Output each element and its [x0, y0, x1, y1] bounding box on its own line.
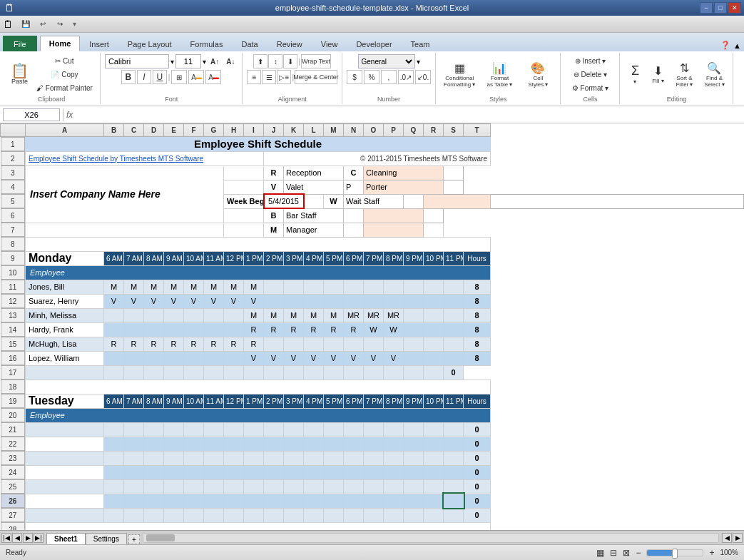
r11-2pm[interactable]	[264, 280, 284, 294]
tab-developer[interactable]: Developer	[347, 36, 401, 51]
align-center-btn[interactable]: ☰	[262, 70, 276, 84]
r11-10pm[interactable]	[424, 280, 444, 294]
tab-view[interactable]: View	[312, 36, 347, 51]
col-A[interactable]: A	[26, 124, 104, 137]
close-button[interactable]: ✕	[728, 2, 741, 14]
selected-cell-x26[interactable]	[444, 494, 464, 508]
r11-10am[interactable]: M	[184, 280, 204, 294]
col-B[interactable]: B	[104, 124, 124, 137]
r11-8am[interactable]: M	[144, 280, 164, 294]
tab-file[interactable]: File	[3, 36, 37, 51]
font-color-button[interactable]: A▬	[205, 70, 221, 84]
company-link-cell[interactable]: Employee Shift Schedule by Timesheets MT…	[26, 151, 264, 166]
r11-11am[interactable]: M	[204, 280, 224, 294]
week-beginning-date-cell[interactable]: 5/4/2015	[264, 194, 304, 208]
sheet-tab-sheet1[interactable]: Sheet1	[46, 533, 86, 544]
insert-cells-btn[interactable]: ⊕ Insert ▾	[565, 54, 615, 67]
tab-page-layout[interactable]: Page Layout	[118, 36, 181, 51]
col-S[interactable]: S	[444, 124, 464, 137]
r11-12pm[interactable]: M	[224, 280, 244, 294]
col-M[interactable]: M	[324, 124, 344, 137]
align-top-btn[interactable]: ⬆	[253, 54, 267, 68]
formula-input[interactable]	[76, 111, 741, 119]
col-K[interactable]: K	[284, 124, 304, 137]
delete-cells-btn[interactable]: ⊖ Delete ▾	[565, 68, 615, 81]
col-G[interactable]: G	[204, 124, 224, 137]
cell-styles-btn[interactable]: 🎨 CellStyles ▾	[520, 54, 556, 94]
zoom-in-btn[interactable]: +	[709, 548, 714, 558]
percent-btn[interactable]: %	[364, 70, 379, 84]
minimize-button[interactable]: −	[700, 2, 713, 14]
tab-formulas[interactable]: Formulas	[181, 36, 233, 51]
r11-1pm[interactable]: M	[244, 280, 264, 294]
page-layout-icon[interactable]: ▦	[596, 548, 604, 558]
col-C[interactable]: C	[124, 124, 144, 137]
col-R[interactable]: R	[424, 124, 444, 137]
underline-button[interactable]: U	[153, 70, 167, 84]
decrease-decimal-btn[interactable]: ↙0.	[415, 70, 431, 84]
r11-7pm[interactable]	[364, 280, 384, 294]
r11-8pm[interactable]	[384, 280, 404, 294]
sheet-nav-last[interactable]: ▶|	[34, 533, 44, 543]
ribbon-collapse-btn[interactable]: ▲	[733, 41, 741, 50]
r11-9am[interactable]: M	[164, 280, 184, 294]
col-T[interactable]: T	[464, 124, 491, 137]
borders-button[interactable]: ⊞	[171, 70, 187, 84]
redo-quick-btn[interactable]: ↪	[53, 18, 67, 31]
conditional-formatting-btn[interactable]: ▦ ConditionalFormatting ▾	[440, 54, 479, 94]
horizontal-scrollbar[interactable]	[143, 533, 719, 543]
tab-team[interactable]: Team	[402, 36, 439, 51]
align-mid-btn[interactable]: ↕	[268, 54, 282, 68]
merge-center-btn[interactable]: Merge & Center	[295, 70, 337, 84]
col-D[interactable]: D	[144, 124, 164, 137]
cut-button[interactable]: ✂ Cut	[34, 54, 96, 67]
sheet-nav-first[interactable]: |◀	[1, 533, 11, 543]
maximize-button[interactable]: □	[714, 2, 727, 14]
r11-9pm[interactable]	[404, 280, 424, 294]
tab-review[interactable]: Review	[267, 36, 312, 51]
help-btn[interactable]: ❓	[720, 41, 730, 50]
employee-jones[interactable]: Jones, Bill	[26, 280, 104, 294]
scroll-right-btn[interactable]: ▶	[733, 533, 743, 543]
col-P[interactable]: P	[384, 124, 404, 137]
format-as-table-btn[interactable]: 📊 Formatas Table ▾	[481, 54, 517, 94]
copy-button[interactable]: 📄 Copy	[34, 68, 96, 81]
zoom-out-btn[interactable]: −	[636, 548, 641, 558]
col-I[interactable]: I	[244, 124, 264, 137]
currency-btn[interactable]: $	[347, 70, 362, 84]
page-view-icon[interactable]: ⊠	[623, 548, 630, 558]
number-format-select[interactable]: General Number Currency Date	[358, 54, 415, 68]
company-name-cell[interactable]: Insert Company Name Here	[26, 166, 224, 223]
italic-button[interactable]: I	[137, 70, 151, 84]
scrollbar-thumb[interactable]	[146, 534, 175, 541]
align-left-btn[interactable]: ≡	[247, 70, 261, 84]
r11-3pm[interactable]	[284, 280, 304, 294]
col-H[interactable]: H	[224, 124, 244, 137]
col-E[interactable]: E	[164, 124, 184, 137]
tab-home[interactable]: Home	[40, 36, 81, 51]
align-bot-btn[interactable]: ⬇	[283, 54, 297, 68]
align-right-btn[interactable]: ▷≡	[277, 70, 291, 84]
col-L[interactable]: L	[304, 124, 324, 137]
col-O[interactable]: O	[364, 124, 384, 137]
col-F[interactable]: F	[184, 124, 204, 137]
fill-color-button[interactable]: A▬	[188, 70, 204, 84]
r11-4pm[interactable]	[304, 280, 324, 294]
title-cell[interactable]: Employee Shift Schedule	[26, 137, 491, 152]
page-break-icon[interactable]: ⊟	[610, 548, 617, 558]
format-painter-button[interactable]: 🖌 Format Painter	[34, 81, 96, 94]
col-Q[interactable]: Q	[404, 124, 424, 137]
sheet-nav-prev[interactable]: ◀	[12, 533, 22, 543]
r11-11pm[interactable]	[444, 280, 464, 294]
insert-sheet-btn[interactable]: +	[128, 534, 140, 544]
zoom-slider-thumb[interactable]	[672, 549, 678, 559]
paste-button[interactable]: 📋 Paste	[7, 54, 32, 94]
comma-btn[interactable]: ,	[381, 70, 397, 84]
autosum-btn[interactable]: Σ ▾	[624, 54, 646, 94]
increase-font-btn[interactable]: A↑	[208, 55, 222, 68]
font-name-input[interactable]	[105, 54, 169, 68]
sort-filter-btn[interactable]: ⇅ Sort &Filter ▾	[670, 54, 698, 94]
decrease-font-btn[interactable]: A↓	[223, 55, 238, 68]
increase-decimal-btn[interactable]: .0↗	[398, 70, 414, 84]
font-size-input[interactable]	[175, 54, 201, 68]
